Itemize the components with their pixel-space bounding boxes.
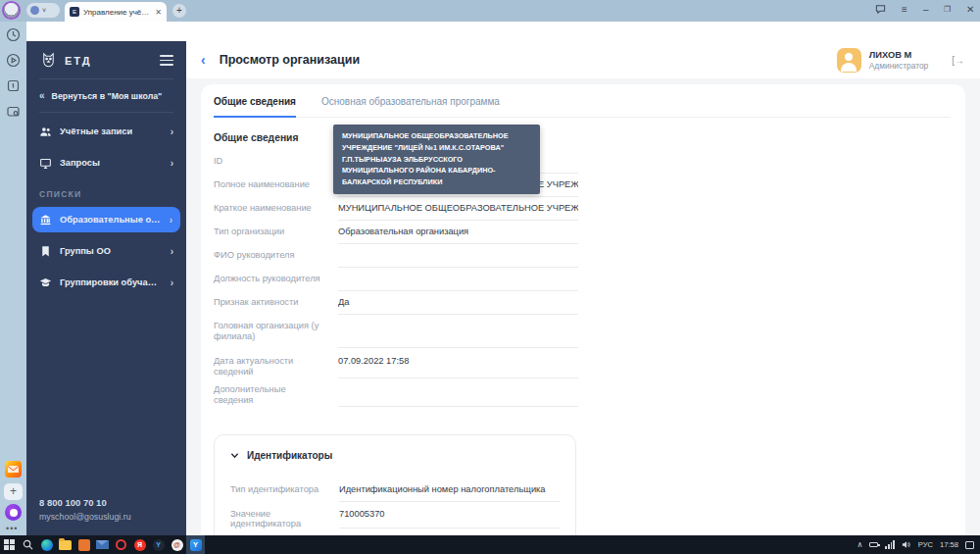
sidebar-item-oo-groups[interactable]: Группы ОО › bbox=[26, 238, 186, 264]
form-row-extra-info: Дополнительные сведения bbox=[214, 382, 965, 407]
network-icon[interactable] bbox=[885, 540, 894, 549]
field-label: ФИО руководителя bbox=[214, 248, 338, 268]
logout-icon[interactable]: [→ bbox=[952, 55, 964, 66]
users-icon bbox=[39, 126, 52, 138]
profile-switcher[interactable]: ˅ bbox=[26, 3, 60, 18]
support-phone: 8 800 100 70 10 bbox=[39, 497, 131, 508]
field-label: Дата актуальности сведений bbox=[214, 354, 338, 378]
support-email[interactable]: myschool@gosuslugi.ru bbox=[39, 512, 131, 522]
chevron-right-icon: › bbox=[171, 158, 173, 169]
taskbar-search-icon[interactable] bbox=[19, 535, 37, 554]
field-label: Полное наименование bbox=[214, 177, 338, 197]
explorer-icon[interactable] bbox=[56, 535, 74, 554]
browser-tabstrip: ˅ Е Управление учётными ✕ + ≡ – ❐ ✕ bbox=[0, 0, 980, 22]
language-indicator[interactable]: РУС bbox=[918, 540, 933, 549]
tabs-counter-icon[interactable] bbox=[6, 78, 21, 93]
play-icon[interactable] bbox=[6, 53, 21, 68]
field-value: 710005370 bbox=[339, 507, 561, 529]
profile-dot-icon bbox=[30, 6, 39, 15]
chevron-right-icon: › bbox=[171, 246, 173, 257]
content-card: Общие сведения Основная образовательная … bbox=[201, 84, 965, 535]
logo-text: ЕТД bbox=[65, 55, 92, 67]
window-close-button[interactable]: ✕ bbox=[966, 4, 974, 15]
back-to-myschool-link[interactable]: « Вернуться в "Моя школа" bbox=[26, 79, 186, 112]
field-value: Образовательная организация bbox=[338, 225, 578, 244]
new-tab-button[interactable]: + bbox=[172, 4, 186, 18]
mail-app-icon[interactable] bbox=[93, 535, 112, 554]
store-icon[interactable] bbox=[74, 535, 93, 554]
edge-icon[interactable] bbox=[37, 535, 56, 554]
field-label: Должность руководителя bbox=[214, 272, 338, 291]
field-label: Дополнительные сведения bbox=[214, 382, 338, 407]
sidebar-item-label: Образовательные организа... bbox=[60, 215, 162, 225]
owl-logo-icon bbox=[39, 51, 58, 70]
form-row-head-name: ФИО руководителя bbox=[214, 248, 965, 268]
history-icon[interactable] bbox=[6, 27, 21, 42]
yandex-mail-icon[interactable] bbox=[5, 461, 22, 478]
more-icon[interactable]: ••• bbox=[6, 524, 18, 533]
browser-tab[interactable]: Е Управление учётными ✕ bbox=[65, 2, 167, 22]
form-row-actual-date: Дата актуальности сведений 07.09.2022 17… bbox=[214, 354, 965, 378]
field-value: Да bbox=[338, 295, 578, 315]
form-row-head-position: Должность руководителя bbox=[214, 272, 965, 291]
logo-row: ЕТД bbox=[26, 41, 186, 78]
chevron-right-icon: › bbox=[171, 277, 173, 288]
sidebar-item-label: Учётные записи bbox=[60, 126, 132, 136]
sidebar-contacts: 8 800 100 70 10 myschool@gosuslugi.ru bbox=[39, 497, 131, 522]
battery-icon[interactable] bbox=[869, 542, 878, 547]
sidebar-item-requests[interactable]: Запросы › bbox=[26, 150, 186, 176]
graduation-cap-icon bbox=[39, 277, 52, 289]
yandex-start-icon[interactable]: Я bbox=[130, 535, 149, 554]
form-row-active-flag: Признак активности Да bbox=[214, 295, 965, 315]
chevron-right-icon: › bbox=[171, 126, 173, 137]
user-role: Администратор bbox=[869, 61, 928, 71]
field-label: Головная организация (у филиала) bbox=[214, 319, 338, 348]
field-label: Признак активности bbox=[214, 295, 338, 315]
bank-icon bbox=[39, 214, 52, 227]
alice-icon[interactable] bbox=[5, 504, 22, 521]
organization-name-tooltip: МУНИЦИПАЛЬНОЕ ОБЩЕОБРАЗОВАТЕЛЬНОЕ УЧРЕЖД… bbox=[333, 125, 540, 194]
hamburger-menu-icon[interactable] bbox=[160, 53, 173, 69]
yandex-browser-icon-active[interactable]: Y bbox=[186, 535, 205, 554]
browser-profile-avatar[interactable] bbox=[4, 3, 19, 18]
form-row-short-name: Краткое наименование МУНИЦИПАЛЬНОЕ ОБЩЕО… bbox=[214, 201, 965, 221]
chat-icon[interactable] bbox=[875, 4, 886, 15]
form-row-id: ID bbox=[214, 154, 965, 174]
browser-menu-icon[interactable]: ≡ bbox=[902, 4, 907, 15]
user-block[interactable]: ЛИХОВ М Администратор bbox=[837, 48, 928, 73]
field-label: Краткое наименование bbox=[214, 201, 338, 221]
tabs-row: Общие сведения Основная образовательная … bbox=[214, 84, 951, 118]
tab-close-icon[interactable]: ✕ bbox=[155, 8, 162, 17]
action-center-icon[interactable] bbox=[965, 541, 974, 549]
tab-education-program[interactable]: Основная образовательная программа bbox=[321, 96, 500, 117]
add-panel-button[interactable]: + bbox=[4, 483, 23, 500]
identifiers-title: Идентификаторы bbox=[247, 450, 332, 461]
monitor-icon bbox=[39, 157, 52, 170]
sidebar-item-organizations[interactable]: Образовательные организа... › bbox=[32, 207, 180, 232]
start-button[interactable] bbox=[0, 535, 19, 554]
sidebar-item-accounts[interactable]: Учётные записи › bbox=[26, 119, 186, 144]
window-maximize-button[interactable]: ❐ bbox=[944, 5, 951, 14]
field-value bbox=[338, 319, 578, 348]
back-chevron-icon[interactable]: ‹ bbox=[201, 52, 206, 68]
user-name: ЛИХОВ М bbox=[869, 50, 928, 60]
user-avatar bbox=[837, 48, 861, 73]
back-link-label: Вернуться в "Моя школа" bbox=[52, 91, 163, 101]
sidebar-item-student-groupings[interactable]: Группировки обучающихся › bbox=[26, 270, 186, 295]
system-tray: ∧ РУС 17:58 bbox=[858, 540, 980, 549]
opera-icon[interactable] bbox=[112, 535, 130, 554]
yandex-dark-icon[interactable]: Y bbox=[149, 535, 168, 554]
window-minimize-button[interactable]: – bbox=[923, 4, 929, 15]
tab-general-info[interactable]: Общие сведения bbox=[214, 96, 296, 118]
volume-icon[interactable] bbox=[902, 540, 911, 549]
tray-expand-icon[interactable]: ∧ bbox=[858, 540, 863, 549]
at-mail-icon[interactable]: @ bbox=[168, 535, 186, 554]
sidebar-divider bbox=[39, 112, 173, 113]
screenshot-icon[interactable] bbox=[6, 104, 21, 119]
field-value[interactable]: МУНИЦИПАЛЬНОЕ ОБЩЕОБРАЗОВАТЕЛЬНОЕ УЧРЕЖД… bbox=[338, 201, 578, 221]
field-value bbox=[338, 272, 578, 291]
clock[interactable]: 17:58 bbox=[940, 540, 958, 549]
identifiers-header[interactable]: Идентификаторы bbox=[230, 450, 560, 461]
main-area: ‹ Просмотр организации ЛИХОВ М Администр… bbox=[186, 41, 980, 535]
tab-title: Управление учётными bbox=[83, 8, 151, 17]
